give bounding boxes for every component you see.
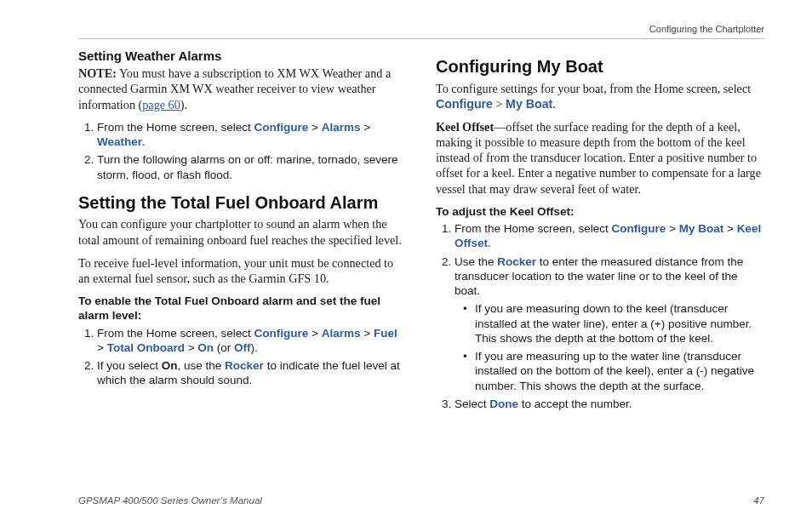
nav-my-boat: My Boat	[679, 222, 724, 235]
fuel-p2: To receive fuel-level information, your …	[78, 255, 407, 286]
keel-steps: From the Home screen, select Configure >…	[436, 221, 764, 411]
running-header: Configuring the Chartplotter	[649, 24, 764, 34]
fuel-p1: You can configure your chartplotter to s…	[78, 216, 407, 247]
manual-title: GPSMAP 400/500 Series Owner’s Manual	[78, 495, 262, 506]
page-number: 47	[753, 495, 764, 506]
body-columns: Setting Weather Alarms NOTE: You must ha…	[78, 46, 764, 483]
step-text: to accept the number.	[518, 397, 632, 410]
weather-step-2: Turn the following alarms on or off: mar…	[97, 152, 407, 182]
intro-text: To configure settings for your boat, fro…	[436, 82, 751, 95]
nav-weather: Weather	[97, 135, 142, 148]
sep: >	[308, 121, 321, 134]
heading-weather-alarms: Setting Weather Alarms	[78, 48, 407, 64]
fuel-step-1: From the Home screen, select Configure >…	[97, 326, 407, 356]
sep: >	[493, 97, 506, 111]
nav-configure: Configure	[612, 222, 666, 235]
nav-alarms: Alarms	[322, 327, 361, 340]
nav-off: Off	[234, 341, 251, 354]
keel-offset-desc: Keel Offset—offset the surface reading f…	[436, 119, 764, 197]
page-60-link[interactable]: page 60	[142, 98, 180, 111]
weather-step-1: From the Home screen, select Configure >…	[97, 120, 407, 150]
keel-sub-bullets: If you are measuring down to the keel (t…	[455, 301, 764, 393]
step-text: Select	[455, 397, 489, 410]
sep: >	[666, 222, 678, 235]
keel-step-2: Use the Rocker to enter the measured dis…	[455, 254, 764, 393]
on-label: On	[162, 359, 178, 372]
or-text: (or	[214, 341, 234, 354]
step-text: , use the	[178, 359, 226, 372]
sep: >	[723, 222, 736, 235]
keel-steps-title: To adjust the Keel Offset:	[436, 204, 764, 219]
step-text: From the Home screen, select	[97, 121, 254, 134]
nav-fuel: Fuel	[374, 327, 397, 340]
nav-total-onboard: Total Onboard	[107, 341, 185, 354]
rocker-label: Rocker	[497, 255, 536, 268]
period: ).	[251, 341, 258, 354]
note-body-a: You must have a subscription to XM WX We…	[78, 66, 391, 111]
step-text: Use the	[455, 255, 497, 268]
note-body-b: ).	[180, 98, 187, 111]
sep: >	[361, 121, 371, 134]
keel-step-3: Select Done to accept the number.	[455, 397, 764, 411]
nav-configure: Configure	[436, 97, 493, 111]
keel-bullet-positive: If you are measuring down to the keel (t…	[466, 301, 764, 346]
nav-configure: Configure	[254, 121, 309, 134]
rocker-label: Rocker	[225, 359, 264, 372]
done-label: Done	[489, 397, 518, 410]
fuel-steps: From the Home screen, select Configure >…	[78, 326, 407, 388]
keel-step-1: From the Home screen, select Configure >…	[455, 221, 764, 251]
header-rule	[78, 38, 764, 39]
manual-page: Configuring the Chartplotter Setting Wea…	[0, 0, 812, 526]
sep: >	[185, 341, 197, 354]
period: .	[552, 97, 556, 111]
fuel-steps-title: To enable the Total Fuel Onboard alarm a…	[78, 294, 407, 323]
nav-alarms: Alarms	[322, 121, 361, 134]
nav-configure: Configure	[254, 327, 309, 340]
step-text: From the Home screen, select	[455, 222, 612, 235]
keel-bullet-negative: If you are measuring up to the water lin…	[466, 349, 764, 393]
sep: >	[97, 341, 107, 354]
myboat-intro: To configure settings for your boat, fro…	[436, 81, 764, 111]
nav-my-boat: My Boat	[506, 97, 552, 111]
step-text: If you select	[97, 359, 162, 372]
sep: >	[361, 327, 374, 340]
period: .	[142, 135, 146, 148]
note-label: NOTE:	[78, 66, 117, 80]
page-footer: GPSMAP 400/500 Series Owner’s Manual 47	[78, 495, 764, 506]
heading-fuel-alarm: Setting the Total Fuel Onboard Alarm	[78, 192, 407, 214]
period: .	[488, 237, 491, 249]
keel-offset-label: Keel Offset	[436, 120, 494, 134]
heading-my-boat: Configuring My Boat	[436, 56, 764, 78]
weather-note: NOTE: You must have a subscription to XM…	[78, 66, 407, 112]
weather-steps: From the Home screen, select Configure >…	[78, 120, 407, 182]
nav-on: On	[197, 341, 214, 354]
step-text: From the Home screen, select	[97, 327, 254, 340]
sep: >	[308, 327, 321, 340]
fuel-step-2: If you select On, use the Rocker to indi…	[97, 358, 407, 388]
